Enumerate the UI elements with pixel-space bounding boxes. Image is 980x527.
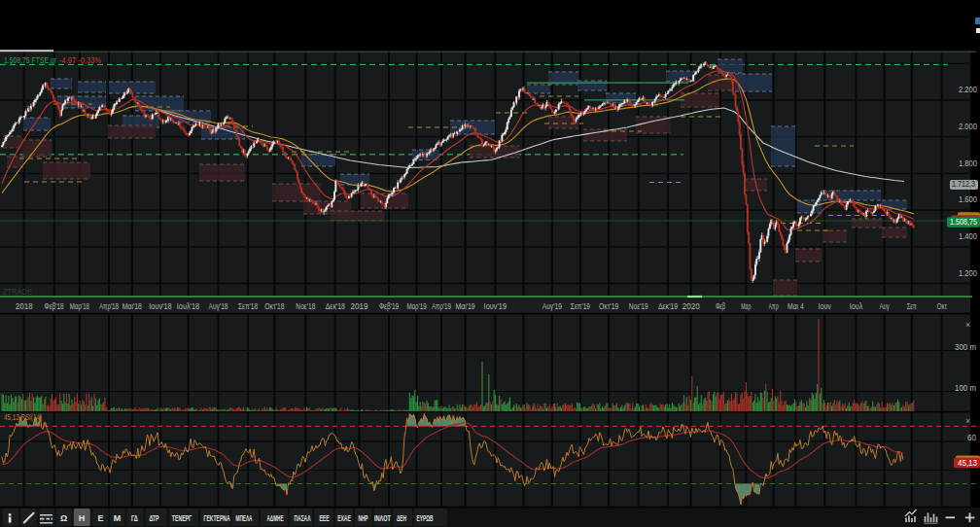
svg-text:Ιουν'18: Ιουν'18	[149, 301, 171, 311]
svg-text:1.712,3: 1.712,3	[952, 179, 975, 189]
svg-text:2.200: 2.200	[959, 85, 977, 94]
svg-text:2019: 2019	[350, 301, 368, 311]
svg-text:Νοε'18: Νοε'18	[296, 301, 315, 311]
svg-text:Φεβ: Φεβ	[716, 301, 725, 311]
svg-text:ΜΠΕΛΑ: ΜΠΕΛΑ	[236, 513, 253, 523]
svg-text:45,13 RSI(14): 45,13 RSI(14)	[4, 412, 42, 422]
svg-text:Ω: Ω	[60, 513, 67, 523]
svg-text:2020: 2020	[682, 301, 700, 311]
svg-text:Ιουλ'18: Ιουλ'18	[177, 301, 199, 311]
svg-text:ΓΕΚΤΕΡΝΑ: ΓΕΚΤΕΡΝΑ	[203, 513, 229, 523]
svg-text:Αυγ: Αυγ	[880, 301, 890, 311]
svg-text:Ιουν'19: Ιουν'19	[484, 301, 507, 311]
svg-text:300 m: 300 m	[955, 342, 976, 352]
svg-text:ΠΑΣΑΛ: ΠΑΣΑΛ	[295, 513, 311, 523]
svg-text:ΓΔ: ΓΔ	[131, 513, 138, 523]
svg-text:Μαι'18: Μαι'18	[122, 301, 142, 311]
svg-text:ΙΝΛΟΤ: ΙΝΛΟΤ	[374, 513, 391, 523]
svg-text:60: 60	[967, 433, 976, 442]
svg-text:Οκτ'18: Οκτ'18	[264, 301, 284, 311]
svg-text:Μ: Μ	[114, 513, 122, 523]
svg-text:1.400: 1.400	[959, 231, 977, 241]
svg-text:2018: 2018	[16, 301, 33, 311]
svg-text:ΔΤΡ: ΔΤΡ	[149, 513, 158, 523]
svg-text:1.200: 1.200	[959, 268, 977, 278]
svg-text:Αυγ'18: Αυγ'18	[208, 301, 228, 311]
svg-text:1.508,75: 1.508,75	[950, 217, 977, 227]
svg-text:Απρ'19: Απρ'19	[432, 301, 451, 311]
svg-text:45,13: 45,13	[958, 458, 977, 468]
svg-text:×: ×	[965, 416, 970, 426]
svg-text:Απρ: Απρ	[769, 301, 779, 311]
svg-text:Δεκ'18: Δεκ'18	[326, 301, 345, 311]
svg-text:Μαρ: Μαρ	[741, 301, 751, 311]
svg-text:1.600: 1.600	[959, 194, 977, 204]
svg-text:×: ×	[965, 320, 970, 330]
svg-text:Αυγ'19: Αυγ'19	[542, 301, 562, 311]
svg-text:Φεβ'18: Φεβ'18	[45, 301, 64, 311]
svg-text:Μαρ'18: Μαρ'18	[70, 301, 89, 311]
svg-text:Νοε'19: Νοε'19	[629, 301, 648, 311]
svg-text:ΕΥΡΩΒ: ΕΥΡΩΒ	[417, 513, 434, 523]
svg-text:Ιουν: Ιουν	[819, 301, 832, 311]
svg-text:Οκτ: Οκτ	[937, 301, 947, 311]
svg-text:1.800: 1.800	[959, 158, 977, 168]
svg-text:Σεπ'19: Σεπ'19	[571, 301, 590, 311]
svg-text:ΑΔΜΗΕ: ΑΔΜΗΕ	[267, 513, 284, 523]
svg-text:Απρ'18: Απρ'18	[99, 301, 119, 311]
svg-text:ΔΕΗ: ΔΕΗ	[397, 513, 406, 523]
svg-text:1.508,75 FTSE.gr: 1.508,75 FTSE.gr	[4, 55, 56, 65]
svg-text:Μαι 4: Μαι 4	[788, 301, 804, 311]
svg-text:Σεπ: Σεπ	[907, 301, 917, 311]
svg-text:ΤΕΝΕΡΓ: ΤΕΝΕΡΓ	[172, 513, 192, 523]
svg-text:2.000: 2.000	[959, 122, 977, 131]
svg-text:ZTRADE: ZTRADE	[3, 287, 32, 297]
svg-text:Δεκ'19: Δεκ'19	[658, 301, 678, 311]
svg-text:-4,97 -0,33%: -4,97 -0,33%	[59, 55, 101, 65]
svg-text:100 m: 100 m	[955, 383, 976, 393]
svg-text:Ιουλ: Ιουλ	[850, 301, 863, 311]
svg-text:ΕΧΑΕ: ΕΧΑΕ	[337, 513, 351, 523]
svg-text:Σεπ'18: Σεπ'18	[238, 301, 258, 311]
svg-text:Μαι'19: Μαι'19	[456, 301, 475, 311]
svg-text:Οκτ'19: Οκτ'19	[599, 301, 618, 311]
svg-text:Φεβ'19: Φεβ'19	[379, 301, 399, 311]
svg-text:Η: Η	[79, 513, 86, 523]
svg-text:ΕΕΕ: ΕΕΕ	[319, 513, 329, 523]
svg-text:ΝΗΡ: ΝΗΡ	[358, 513, 368, 523]
svg-text:Ε: Ε	[97, 513, 103, 523]
svg-text:Μαρ'19: Μαρ'19	[406, 301, 426, 311]
